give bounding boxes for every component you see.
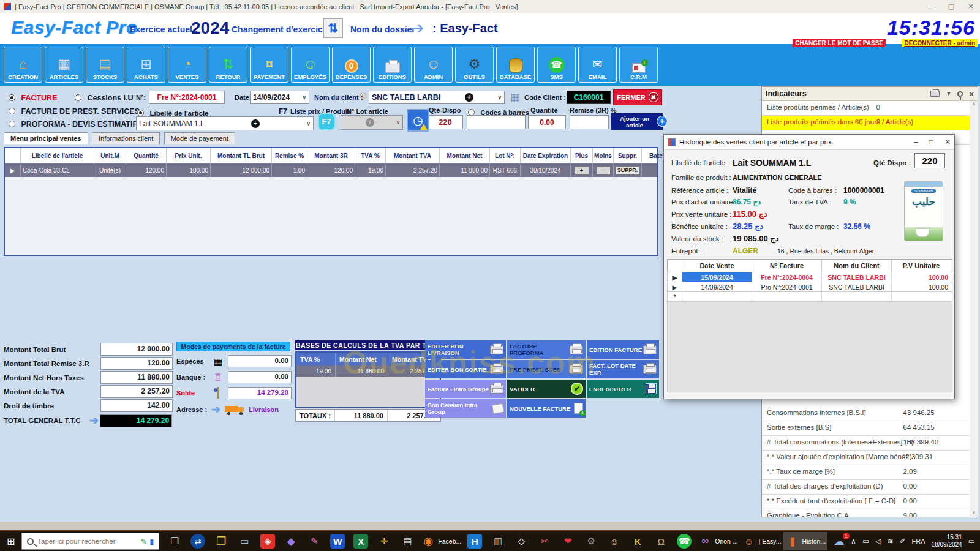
close-icon[interactable]: × (969, 89, 974, 99)
calculator-icon[interactable]: ▦ (510, 91, 520, 104)
toolbar-button[interactable]: DATABASE (496, 47, 535, 83)
action-button[interactable]: EDITION FACTURE (587, 340, 659, 359)
quantite-field[interactable]: 0.00 (528, 115, 566, 129)
items-table-row[interactable]: ▶ Coca-Cola 33.CL Unité(s) 120.00 100.00… (5, 163, 657, 177)
taskbar-app[interactable]: ❒ (209, 532, 233, 550)
change-exercice-icon[interactable]: ⇅ (323, 18, 343, 38)
volume-icon[interactable]: ◁ (875, 537, 881, 545)
language-indicator[interactable]: FRA (912, 538, 925, 545)
taskbar-app[interactable]: ⇄ (186, 532, 209, 550)
minimize-icon[interactable]: – (926, 2, 937, 10)
popup-title-bar[interactable]: Historique des ventes client par article… (664, 135, 954, 150)
indicator-row[interactable]: *.* Taux de marge [%] 2.09 (762, 465, 970, 480)
action-button[interactable]: Bon Cession Intra Group (425, 399, 506, 418)
toolbar-button[interactable]: ⇅ RETOUR (209, 47, 247, 83)
action-button[interactable]: NOUVELLE FACTURE (507, 399, 586, 418)
radio-proforma[interactable] (9, 121, 15, 127)
taskbar-app[interactable]: X (349, 532, 372, 550)
plus-button[interactable]: + (575, 166, 589, 175)
radio-facture[interactable] (9, 94, 15, 101)
taskbar-app[interactable]: W (326, 532, 349, 550)
popup-table-row[interactable]: ▶ 15/09/2024 Fre N°:2024-0004 SNC TALEB … (667, 272, 952, 282)
indicator-row[interactable]: #-Total consommations [Internes+Externes… (762, 436, 970, 451)
expiration-alarm-icon[interactable]: ◷ (407, 109, 429, 132)
taskbar-app[interactable]: ☺ (603, 532, 626, 550)
taskbar-app[interactable]: ☺ | Easy... (740, 532, 783, 550)
fermer-button[interactable]: FERMER ✖ (613, 89, 662, 105)
date-combobox[interactable]: 14/09/2024 ∨ (250, 91, 309, 104)
network-icon[interactable]: ≋ (887, 537, 893, 545)
toolbar-button[interactable]: ☎ SMS (537, 47, 576, 83)
barcode-field[interactable] (467, 115, 526, 129)
radio-cessions[interactable] (75, 94, 81, 101)
toolbar-button[interactable]: ⊞ ACHATS (127, 47, 165, 83)
taskbar-app[interactable]: ◈ (256, 532, 279, 550)
taskbar-app[interactable]: K (626, 532, 649, 550)
especes-value[interactable]: 0.00 (228, 355, 292, 367)
toolbar-button[interactable]: ◔ VENTES (168, 47, 206, 83)
toolbar-button[interactable]: ✉ EMAIL (578, 47, 617, 83)
taskbar-app[interactable]: ◇ (510, 532, 533, 550)
taskbar-app[interactable]: ❤ (556, 532, 579, 550)
indicator-row[interactable]: *.* Valeur ajoutée d'exploitation [Marge… (762, 451, 970, 465)
maximize-icon[interactable]: □ (929, 138, 933, 146)
indicator-row[interactable]: Graphique - Evolution C.A 9.00 (762, 509, 970, 517)
truck-icon[interactable] (225, 405, 246, 415)
tab[interactable]: Informations client (92, 132, 160, 144)
chevron-down-icon[interactable]: ∨ (396, 119, 400, 126)
taskbar-app[interactable]: ▭ (233, 532, 256, 550)
tab[interactable]: Menu principal ventes (4, 132, 88, 144)
action-button[interactable]: FRE PREST. SCES (507, 360, 586, 378)
tab[interactable]: Mode de payement (164, 132, 235, 144)
toolbar-button[interactable]: ▤ STOCKS (86, 47, 124, 83)
taskbar-app[interactable]: ✛ (372, 532, 396, 550)
toolbar-button[interactable]: ▦ ARTICLES (45, 47, 83, 83)
change-password-link[interactable]: CHANGER LE MOT DE PASSE (793, 39, 886, 47)
taskbar-app[interactable]: ◆ (279, 532, 303, 550)
action-button[interactable]: Facture - Intra Groupe (425, 380, 506, 398)
minimize-icon[interactable]: – (914, 138, 918, 146)
disconnect-link[interactable]: DECONNECTER - admin (902, 39, 978, 47)
pin-icon[interactable] (957, 91, 963, 97)
taskbar-app[interactable]: ✎ (303, 532, 326, 550)
toolbar-button[interactable]: ☺ ADMIN (414, 47, 453, 83)
close-icon[interactable]: ✕ (944, 138, 951, 146)
taskbar-app[interactable]: ☎ (673, 532, 696, 550)
doc-type-proforma[interactable]: PROFORMA - DEVIS ESTIMATIF (9, 118, 137, 129)
lot-combobox[interactable]: + ∨ (341, 115, 403, 130)
taskbar-app[interactable]: ❐ (163, 532, 186, 550)
indicator-row[interactable]: #-Total des charges d'exploitation (D) 0… (762, 480, 970, 495)
search-input[interactable] (37, 538, 135, 545)
taskbar-app[interactable]: ∞ Orion ... (696, 532, 739, 550)
taskbar-app[interactable]: ☁ 1 (827, 532, 851, 550)
maximize-icon[interactable]: ▢ (946, 2, 957, 10)
add-lot-icon[interactable]: + (366, 118, 374, 127)
radio-prestations[interactable] (9, 108, 15, 114)
hidden-icons-chevron[interactable]: ∧ (851, 537, 856, 545)
add-article-icon[interactable]: + (251, 119, 260, 128)
close-icon[interactable]: ✕ (965, 2, 976, 10)
indicator-row[interactable]: Liste produits périmés dans 60 jours / A… (762, 116, 970, 130)
action-button[interactable]: EDITER BON LIVRAISON (425, 340, 506, 359)
taskbar-app[interactable]: ✂ (533, 532, 556, 550)
doc-type-cessions[interactable]: Cessions I.U (75, 92, 133, 103)
taskbar-app[interactable]: ⚙ (579, 532, 603, 550)
add-client-icon[interactable]: + (465, 93, 473, 102)
chevron-down-icon[interactable]: ∨ (302, 94, 306, 100)
article-combobox[interactable]: Lait SOUMMAM 1.L + ∨ (136, 116, 314, 130)
remise-field[interactable] (570, 115, 609, 129)
toolbar-button[interactable]: C.R.M (619, 47, 658, 83)
doc-type-prestations[interactable]: FACTURE DE PREST. SERVICES (9, 105, 140, 116)
f7-button[interactable]: F7 (318, 113, 335, 130)
chevron-down-icon[interactable]: ▼ (946, 91, 951, 97)
action-button[interactable]: EDITER BON SORTIE (425, 360, 506, 378)
toolbar-button[interactable]: 0 DEPENSES (332, 47, 371, 83)
taskbar-app[interactable]: Ω (649, 532, 673, 550)
indicator-row[interactable]: Sortie externes [B.S] 64 453.15 (762, 421, 970, 436)
taskbar-search[interactable]: ✎ ▮ (21, 533, 159, 550)
suppr-button[interactable]: SUPPR. (616, 166, 639, 175)
indicator-row[interactable]: Consommations internes [B.S.I] 43 946.25 (762, 407, 970, 421)
indicator-row[interactable]: Liste produits périmés / Article(s) 0 (762, 101, 970, 116)
battery-icon[interactable]: ▭ (862, 537, 869, 545)
action-button[interactable]: FACTURE PROFORMA (507, 340, 586, 359)
